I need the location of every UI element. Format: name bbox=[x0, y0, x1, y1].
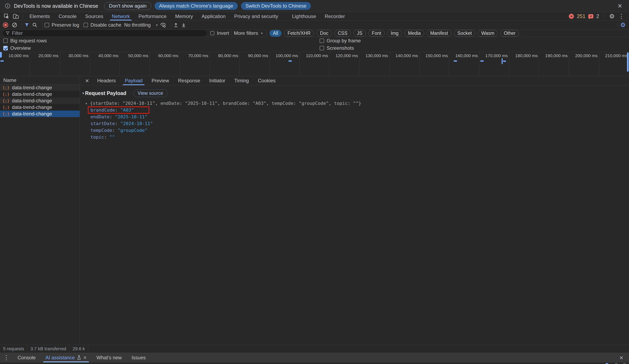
close-detail-panel-icon[interactable]: × bbox=[81, 76, 93, 85]
filter-input-funnel-icon bbox=[6, 31, 10, 35]
clipped-gear-icon bbox=[623, 363, 627, 364]
request-row[interactable]: {;}data-trend-change bbox=[0, 104, 80, 111]
tab-network[interactable]: Network bbox=[108, 12, 134, 20]
request-row[interactable]: {;}data-trend-change bbox=[0, 84, 80, 91]
payload-field-row[interactable]: endDate: "2025-10-11" bbox=[91, 114, 629, 120]
switch-to-chinese-button[interactable]: Switch DevTools to Chinese bbox=[241, 2, 311, 10]
overview-timeline[interactable]: 10,000 ms20,000 ms30,000 ms40,000 ms50,0… bbox=[0, 52, 629, 76]
invert-checkbox[interactable] bbox=[210, 31, 214, 35]
tab-memory[interactable]: Memory bbox=[171, 12, 197, 20]
issue-count[interactable]: 2 bbox=[596, 13, 599, 19]
close-ai-assistance-icon[interactable]: × bbox=[83, 355, 87, 361]
filter-pill-media[interactable]: Media bbox=[404, 30, 424, 37]
filter-pill-wasm[interactable]: Wasm bbox=[478, 30, 498, 37]
drawer-tab-issues[interactable]: Issues bbox=[127, 353, 151, 362]
preserve-log-checkbox[interactable] bbox=[45, 23, 49, 27]
filter-pill-css[interactable]: CSS bbox=[334, 30, 351, 37]
device-toolbar-icon[interactable] bbox=[13, 13, 19, 19]
tab-label: Elements bbox=[29, 13, 50, 19]
detail-tab-initiator[interactable]: Initiator bbox=[205, 76, 230, 85]
timeline-gridline-cell: 80,000 ms bbox=[210, 52, 240, 76]
dont-show-again-button[interactable]: Don't show again bbox=[104, 2, 151, 10]
timeline-mark-dash bbox=[0, 60, 4, 62]
tab-privacy-and-security[interactable]: Privacy and security bbox=[230, 12, 283, 20]
timeline-mark-handle-left[interactable] bbox=[0, 52, 2, 58]
json-icon: {;} bbox=[2, 92, 9, 96]
throttling-select[interactable]: No throttling ▾ bbox=[124, 22, 157, 28]
big-request-rows-checkbox[interactable] bbox=[3, 38, 8, 43]
detail-tab-cookies[interactable]: Cookies bbox=[253, 76, 280, 85]
issues-badge-icon[interactable]: × bbox=[588, 14, 593, 18]
detail-tab-response[interactable]: Response bbox=[174, 76, 205, 85]
filter-input[interactable] bbox=[12, 30, 204, 36]
object-expander-icon[interactable]: ▾ bbox=[85, 101, 87, 106]
more-options-icon[interactable]: ⋮ bbox=[618, 13, 625, 19]
timeline-gridline-cell: 90,000 ms bbox=[240, 52, 270, 76]
view-source-button[interactable]: View source bbox=[133, 90, 167, 97]
tab-recorder[interactable]: Recorder bbox=[320, 12, 349, 20]
tab-application[interactable]: Application bbox=[197, 12, 230, 20]
timeline-mark-handle-right[interactable] bbox=[627, 52, 629, 72]
payload-field-row[interactable]: tempCode: "groupCode" bbox=[91, 127, 629, 134]
console-errors-icon[interactable]: × bbox=[569, 14, 574, 19]
detail-tab-timing[interactable]: Timing bbox=[230, 76, 253, 85]
tab-performance[interactable]: Performance bbox=[134, 12, 171, 20]
divider bbox=[231, 30, 231, 36]
filter-pill-socket[interactable]: Socket bbox=[454, 30, 475, 37]
tab-label: Performance bbox=[139, 13, 166, 19]
overview-checkbox[interactable] bbox=[3, 46, 8, 50]
drawer-tab-ai-assistance[interactable]: AI assistance × bbox=[40, 353, 92, 362]
tab-lighthouse[interactable]: Lighthouse bbox=[288, 12, 320, 20]
divider bbox=[88, 345, 88, 353]
record-network-log-icon[interactable] bbox=[3, 22, 8, 28]
filter-field[interactable] bbox=[3, 30, 207, 36]
filter-pill-all[interactable]: All bbox=[270, 30, 282, 37]
filter-pill-font[interactable]: Font bbox=[368, 30, 385, 37]
tab-elements[interactable]: Elements bbox=[25, 12, 54, 20]
drawer-menu-icon[interactable]: ⋮ bbox=[0, 353, 13, 362]
clear-network-log-icon[interactable] bbox=[12, 22, 17, 28]
drawer-tab-console[interactable]: Console bbox=[13, 353, 40, 362]
filter-pill-manifest[interactable]: Manifest bbox=[427, 30, 452, 37]
timeline-tick-label: 40,000 ms bbox=[98, 53, 118, 58]
filter-funnel-icon[interactable] bbox=[24, 22, 29, 27]
payload-field-row[interactable]: startDate: "2024-10-11" bbox=[91, 120, 629, 127]
disable-cache-checkbox[interactable] bbox=[84, 23, 88, 27]
network-conditions-icon[interactable] bbox=[160, 22, 166, 28]
filter-pill-img[interactable]: Img bbox=[387, 30, 402, 37]
payload-field-row[interactable]: topic: "" bbox=[91, 134, 629, 140]
filter-pill-js[interactable]: JS bbox=[353, 30, 366, 37]
name-column-header[interactable]: Name bbox=[0, 76, 80, 84]
error-count[interactable]: 251 bbox=[577, 13, 585, 19]
inspect-element-icon[interactable] bbox=[4, 13, 10, 19]
drawer-tab-whats-new[interactable]: What's new bbox=[92, 353, 127, 362]
screenshots-checkbox[interactable] bbox=[320, 46, 324, 50]
settings-gear-icon[interactable]: ⚙ bbox=[609, 13, 615, 19]
request-row[interactable]: {;}data-trend-change bbox=[0, 111, 80, 117]
group-by-frame-checkbox[interactable] bbox=[320, 38, 324, 43]
match-language-button[interactable]: Always match Chrome's language bbox=[155, 2, 238, 10]
drawer-close-icon[interactable]: × bbox=[619, 353, 629, 362]
export-har-icon[interactable] bbox=[181, 22, 186, 28]
tab-console[interactable]: Console bbox=[54, 12, 81, 20]
request-row[interactable]: {;}data-trend-change bbox=[0, 91, 80, 98]
payload-field-row[interactable]: brandCode: "A03" bbox=[91, 107, 629, 114]
import-har-icon[interactable] bbox=[173, 22, 178, 28]
timeline-tick-label: 190,000 ms bbox=[545, 53, 568, 58]
detail-tab-preview[interactable]: Preview bbox=[147, 76, 173, 85]
divider bbox=[23, 14, 23, 19]
detail-tab-headers[interactable]: Headers bbox=[93, 76, 120, 85]
filter-pill-other[interactable]: Other bbox=[500, 30, 519, 37]
more-filters-button[interactable]: More filters ▾ bbox=[234, 30, 263, 36]
tab-sources[interactable]: Sources bbox=[81, 12, 108, 20]
infobar-close-icon[interactable]: × bbox=[618, 2, 622, 10]
payload-colon: : bbox=[115, 121, 120, 126]
section-expander-icon[interactable]: ▾ bbox=[82, 91, 84, 96]
detail-tab-payload[interactable]: Payload bbox=[120, 76, 147, 85]
disable-cache-label: Disable cache bbox=[91, 22, 121, 28]
network-settings-gear-icon[interactable]: ⚙ bbox=[620, 22, 626, 28]
request-row[interactable]: {;}data-trend-change bbox=[0, 98, 80, 104]
filter-pill-fetch-xhr[interactable]: Fetch/XHR bbox=[284, 30, 314, 37]
filter-pill-doc[interactable]: Doc bbox=[316, 30, 332, 37]
search-icon[interactable] bbox=[32, 22, 37, 28]
